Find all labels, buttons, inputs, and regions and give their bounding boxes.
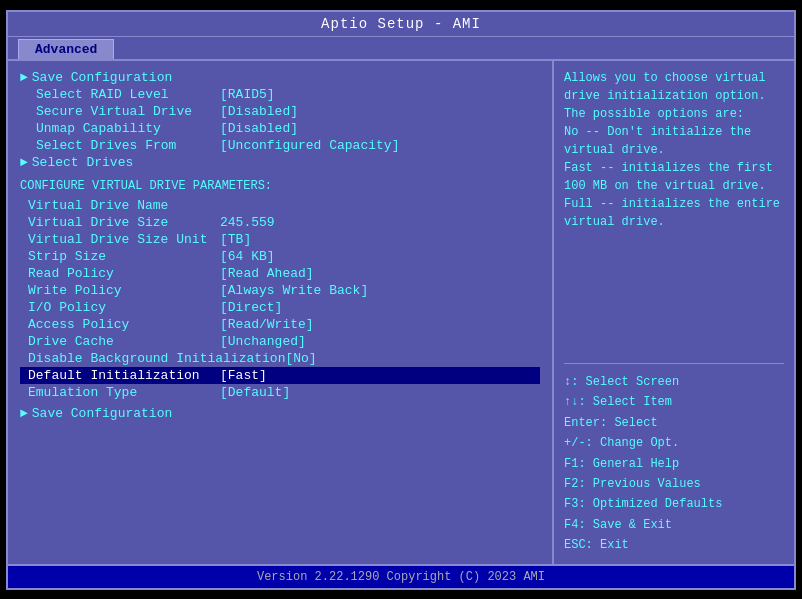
key-f3: F3: Optimized Defaults [564,494,784,514]
menu-item-unmap[interactable]: Unmap Capability [Disabled] [20,120,540,137]
arrow-icon: ► [20,406,28,421]
menu-item-default-init[interactable]: Default Initialization [Fast] [20,367,540,384]
menu-label: Strip Size [20,249,220,264]
arrow-icon: ► [20,70,28,85]
menu-value: [Default] [220,385,290,400]
menu-label: Select Drives [32,155,232,170]
menu-label: Save Configuration [32,70,232,85]
menu-label: I/O Policy [20,300,220,315]
menu-value: [Always Write Back] [220,283,368,298]
menu-value: [TB] [220,232,251,247]
menu-item-vd-name[interactable]: Virtual Drive Name [20,197,540,214]
menu-value: [Unconfigured Capacity] [220,138,399,153]
menu-item-write-policy[interactable]: Write Policy [Always Write Back] [20,282,540,299]
menu-item-vd-size-unit[interactable]: Virtual Drive Size Unit [TB] [20,231,540,248]
menu-item-select-raid[interactable]: Select RAID Level [RAID5] [20,86,540,103]
bottom-bar: Version 2.22.1290 Copyright (C) 2023 AMI [8,564,794,588]
window-title: Aptio Setup - AMI [321,16,481,32]
menu-value: [Read Ahead] [220,266,314,281]
menu-label: Emulation Type [20,385,220,400]
key-enter: Enter: Select [564,413,784,433]
menu-value: [Fast] [220,368,267,383]
key-f4: F4: Save & Exit [564,515,784,535]
menu-value: [RAID5] [220,87,275,102]
version-text: Version 2.22.1290 Copyright (C) 2023 AMI [257,570,545,584]
key-select-item: ↑↓: Select Item [564,392,784,412]
tab-advanced[interactable]: Advanced [18,39,114,59]
key-f2: F2: Previous Values [564,474,784,494]
menu-value: [Disabled] [220,121,298,136]
menu-label: Read Policy [20,266,220,281]
menu-value: [Unchanged] [220,334,306,349]
menu-label: Virtual Drive Size Unit [20,232,220,247]
menu-item-secure-vd[interactable]: Secure Virtual Drive [Disabled] [20,103,540,120]
arrow-icon: ► [20,155,28,170]
menu-item-access-policy[interactable]: Access Policy [Read/Write] [20,316,540,333]
menu-item-strip-size[interactable]: Strip Size [64 KB] [20,248,540,265]
menu-value: [64 KB] [220,249,275,264]
menu-value: [Read/Write] [220,317,314,332]
menu-item-emulation-type[interactable]: Emulation Type [Default] [20,384,540,401]
menu-label: Select Drives From [20,138,220,153]
right-panel: Allows you to choose virtual drive initi… [554,61,794,564]
menu-label: Drive Cache [20,334,220,349]
menu-label: Secure Virtual Drive [20,104,220,119]
menu-value: [Disabled] [220,104,298,119]
menu-value: [Direct] [220,300,282,315]
menu-value: 245.559 [220,215,275,230]
menu-item-select-drives-from[interactable]: Select Drives From [Unconfigured Capacit… [20,137,540,154]
menu-item-save-config-bottom[interactable]: ► Save Configuration [20,405,540,422]
key-select-screen: ↕: Select Screen [564,372,784,392]
menu-label: Unmap Capability [20,121,220,136]
menu-item-save-config-top[interactable]: ► Save Configuration [20,69,540,86]
title-bar: Aptio Setup - AMI [8,12,794,37]
left-panel: ► Save Configuration Select RAID Level [… [8,61,554,564]
bios-window: Aptio Setup - AMI Advanced ► Save Config… [6,10,796,590]
menu-label: Select RAID Level [20,87,220,102]
main-content: ► Save Configuration Select RAID Level [… [8,61,794,564]
menu-item-select-drives[interactable]: ► Select Drives [20,154,540,171]
menu-value: [No] [285,351,316,366]
menu-item-drive-cache[interactable]: Drive Cache [Unchanged] [20,333,540,350]
tab-row: Advanced [8,37,794,61]
key-change-opt: +/-: Change Opt. [564,433,784,453]
menu-label: Default Initialization [20,368,220,383]
menu-item-read-policy[interactable]: Read Policy [Read Ahead] [20,265,540,282]
divider [564,363,784,364]
menu-item-disable-bg-init[interactable]: Disable Background Initialization [No] [20,350,540,367]
key-legend: ↕: Select Screen ↑↓: Select Item Enter: … [564,372,784,556]
menu-label: Save Configuration [32,406,232,421]
menu-item-io-policy[interactable]: I/O Policy [Direct] [20,299,540,316]
menu-item-vd-size[interactable]: Virtual Drive Size 245.559 [20,214,540,231]
menu-label: Access Policy [20,317,220,332]
key-f1: F1: General Help [564,454,784,474]
menu-label: Disable Background Initialization [20,351,285,366]
section-header: CONFIGURE VIRTUAL DRIVE PARAMETERS: [20,179,540,193]
menu-label: Virtual Drive Size [20,215,220,230]
key-esc: ESC: Exit [564,535,784,555]
menu-label: Virtual Drive Name [20,198,220,213]
menu-label: Write Policy [20,283,220,298]
help-text: Allows you to choose virtual drive initi… [564,69,784,355]
